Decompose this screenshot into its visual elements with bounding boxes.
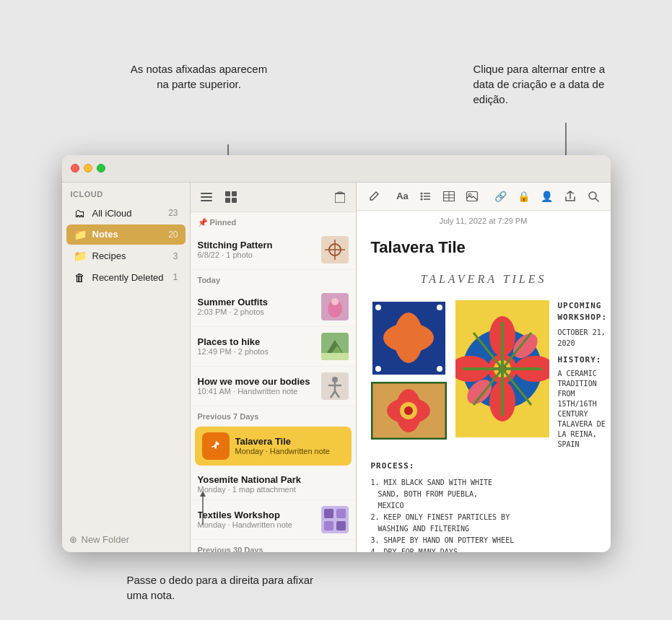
sidebar: iCloud 🗂 All iCloud 23 📁 Notes 20 📁 Reci… [62, 183, 191, 552]
sidebar-item-count: 1 [173, 272, 178, 282]
note-title: Places to hike [198, 336, 315, 347]
section-header-pinned: 📌 Pinned [191, 212, 356, 230]
svg-point-26 [332, 377, 338, 383]
svg-rect-10 [232, 198, 237, 203]
note-title: Stitching Pattern [198, 240, 315, 250]
media-icon[interactable] [463, 187, 481, 206]
note-title: How we move our bodies [198, 376, 315, 387]
svg-point-41 [420, 198, 422, 200]
note-detail-toolbar: Aa [357, 183, 611, 211]
format-text-icon[interactable]: Aa [394, 187, 411, 206]
note-detail: Aa [357, 183, 611, 552]
new-folder-label: New Folder [82, 534, 129, 545]
content-row-1: UPCOMING WORKSHOP: OCTOBER 21, 2020 HIST… [371, 300, 596, 450]
svg-line-52 [595, 198, 598, 201]
svg-rect-6 [201, 200, 212, 201]
svg-rect-24 [321, 353, 349, 360]
minimize-button[interactable] [84, 164, 92, 173]
note-text-col: Summer Outfits 2:03 PM · 2 photos [198, 297, 315, 316]
folder-icon: 🗂 [74, 207, 87, 219]
note-item-summer-outfits[interactable]: Summer Outfits 2:03 PM · 2 photos [191, 287, 356, 327]
left-images [371, 300, 447, 450]
table-icon[interactable] [440, 187, 458, 206]
note-meta: Monday · Handwritten note [198, 520, 315, 529]
svg-rect-35 [336, 521, 346, 531]
search-icon[interactable] [585, 187, 602, 206]
sidebar-item-label: Notes [92, 229, 163, 240]
svg-rect-5 [201, 196, 212, 198]
note-text-col: Talavera Tile Monday · Handwritten note [235, 436, 344, 455]
sidebar-item-recipes[interactable]: 📁 Recipes 3 [66, 246, 186, 266]
note-item-textiles[interactable]: Textiles Workshop Monday · Handwritten n… [191, 500, 356, 540]
delete-note-button[interactable] [330, 187, 350, 207]
note-text-col: Places to hike 12:49 PM · 2 photos [198, 336, 315, 356]
note-item-yosemite[interactable]: Yosemite National Park Monday · 1 map at… [191, 468, 356, 500]
notes-list-toolbar [191, 183, 356, 212]
main-content: iCloud 🗂 All iCloud 23 📁 Notes 20 📁 Reci… [62, 183, 611, 552]
content-row-2: PROCESS: 1. MIX BLACK SAND WITH WHITE SA… [371, 460, 596, 552]
sidebar-item-count: 23 [168, 208, 178, 218]
trash-icon: 🗑 [74, 271, 87, 284]
fullscreen-button[interactable] [97, 164, 105, 173]
note-text-col: Yosemite National Park Monday · 1 map at… [198, 474, 349, 494]
right-tile-image [455, 300, 549, 450]
svg-point-20 [331, 298, 339, 305]
checklist-icon[interactable] [417, 187, 435, 206]
note-meta: 2:03 PM · 2 photos [198, 307, 315, 316]
svg-rect-34 [324, 521, 333, 531]
note-thumbnail [321, 293, 349, 320]
svg-rect-33 [336, 509, 346, 518]
sidebar-item-label: Recipes [92, 250, 167, 261]
handwritten-text: UPCOMING WORKSHOP: OCTOBER 21, 2020 HIST… [558, 300, 608, 450]
callout-bottom-left: Passe o dedo para a direita para afixar … [127, 572, 315, 603]
folder-icon: 📁 [74, 228, 87, 241]
sidebar-item-count: 3 [173, 251, 178, 261]
sidebar-item-count: 20 [168, 230, 178, 240]
note-title: Yosemite National Park [198, 474, 349, 485]
note-item-talavera[interactable]: Talavera Tile Monday · Handwritten note [195, 427, 352, 466]
pin-icon [202, 432, 230, 460]
grid-view-button[interactable] [221, 187, 241, 207]
svg-point-39 [420, 192, 422, 194]
list-view-button[interactable] [196, 187, 217, 207]
sidebar-item-recently-deleted[interactable]: 🗑 Recently Deleted 1 [66, 268, 186, 287]
svg-point-63 [375, 366, 381, 372]
share-people-icon[interactable]: 👤 [538, 187, 556, 206]
sidebar-item-all-icloud[interactable]: 🗂 All iCloud 23 [66, 204, 186, 223]
svg-point-69 [404, 406, 413, 415]
svg-point-64 [437, 366, 442, 372]
handwritten-title-area: TALAVERA TILES [371, 266, 596, 292]
note-text-col: How we move our bodies 10:41 AM · Handwr… [198, 376, 315, 396]
svg-rect-9 [225, 198, 230, 203]
note-meta: 10:41 AM · Handwritten note [198, 387, 315, 396]
note-title: Talavera Tile [235, 436, 344, 447]
section-header-today: Today [191, 270, 356, 287]
callout-top-right: Clique para alternar entre a data de cri… [474, 61, 611, 107]
notes-list-panel: 📌 Pinned Stitching Pattern 6/8/22 · 1 ph… [191, 183, 357, 552]
svg-point-59 [401, 331, 416, 345]
note-thumbnail [321, 506, 349, 533]
compose-icon[interactable] [365, 187, 383, 206]
collaborate-icon[interactable]: 🔗 [492, 187, 510, 206]
share-icon[interactable] [562, 187, 579, 206]
plus-icon: ⊕ [69, 534, 77, 545]
svg-point-40 [420, 195, 422, 197]
note-item-how-we-move[interactable]: How we move our bodies 10:41 AM · Handwr… [191, 367, 356, 406]
svg-rect-8 [232, 191, 237, 196]
sidebar-item-label: All iCloud [92, 208, 163, 219]
lock-icon[interactable]: 🔒 [515, 187, 533, 206]
outer-wrapper: As notas afixadas aparecem na parte supe… [62, 61, 611, 559]
traffic-lights [71, 164, 105, 173]
new-folder-button[interactable]: ⊕ New Folder [62, 527, 190, 552]
sidebar-item-notes[interactable]: 📁 Notes 20 [66, 224, 186, 245]
tile-image-2 [371, 382, 447, 440]
svg-rect-11 [335, 193, 345, 203]
note-text-col: Stitching Pattern 6/8/22 · 1 photo [198, 240, 315, 259]
close-button[interactable] [71, 164, 79, 173]
section-header-prev7: Previous 7 Days [191, 406, 356, 424]
svg-point-61 [375, 305, 381, 310]
note-item-stitching[interactable]: Stitching Pattern 6/8/22 · 1 photo [191, 230, 356, 270]
note-meta: 6/8/22 · 1 photo [198, 250, 315, 259]
note-title: Textiles Workshop [198, 510, 315, 520]
note-item-places-to-hike[interactable]: Places to hike 12:49 PM · 2 photos [191, 327, 356, 367]
